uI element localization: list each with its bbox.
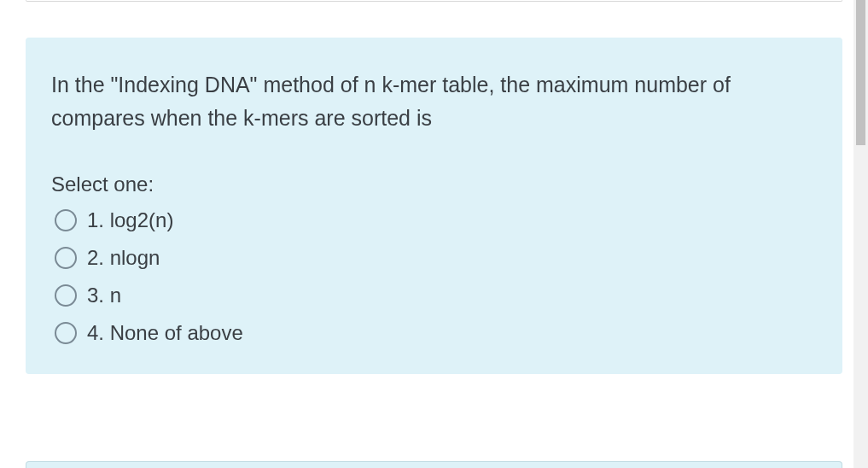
select-one-label: Select one: [51, 173, 817, 196]
option-label: 4. None of above [87, 321, 243, 345]
question-text: In the "Indexing DNA" method of n k-mer … [51, 68, 817, 135]
options-list: 1. log2(n) 2. nlogn 3. n 4. None of abov… [51, 208, 817, 345]
question-card: In the "Indexing DNA" method of n k-mer … [26, 38, 842, 374]
option-4[interactable]: 4. None of above [55, 321, 817, 345]
radio-icon[interactable] [55, 284, 77, 307]
option-label: 2. nlogn [87, 246, 160, 270]
option-label: 3. n [87, 284, 121, 307]
radio-icon[interactable] [55, 247, 77, 269]
option-1[interactable]: 1. log2(n) [55, 208, 817, 232]
option-2[interactable]: 2. nlogn [55, 246, 817, 270]
radio-icon[interactable] [55, 322, 77, 344]
scrollbar-track[interactable] [853, 0, 868, 468]
option-label: 1. log2(n) [87, 208, 173, 232]
option-3[interactable]: 3. n [55, 284, 817, 307]
scrollbar-thumb[interactable] [856, 0, 865, 145]
next-card-top-edge [26, 461, 842, 468]
prev-card-bottom-edge [26, 0, 842, 2]
radio-icon[interactable] [55, 209, 77, 231]
